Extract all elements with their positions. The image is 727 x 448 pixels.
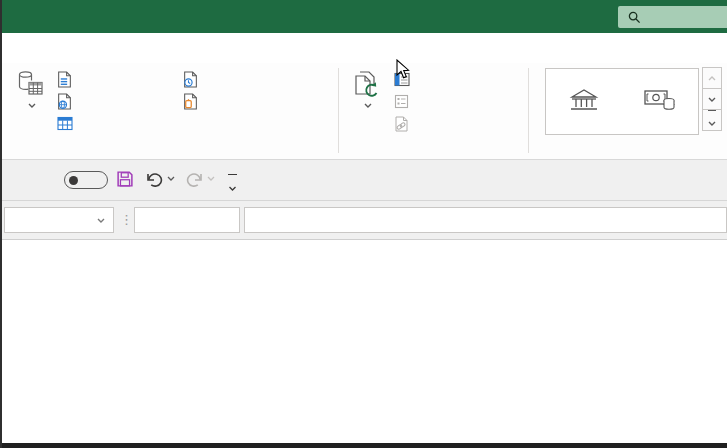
title-bar — [0, 0, 727, 33]
text-csv-icon — [57, 71, 72, 88]
undo-dropdown-chevron[interactable] — [167, 176, 175, 181]
currencies-button[interactable] — [622, 69, 698, 134]
customize-toolbar-button[interactable] — [228, 174, 237, 195]
gallery-expand-button[interactable] — [702, 109, 722, 131]
chevron-down-icon — [708, 97, 716, 102]
recent-sources-icon — [183, 71, 198, 88]
properties-icon — [394, 94, 409, 109]
chevron-down-icon — [708, 121, 716, 126]
chevron-up-icon — [708, 76, 716, 81]
web-icon — [57, 93, 72, 110]
properties-button — [394, 91, 414, 112]
formula-bar-row: ⋮ — [0, 201, 727, 240]
redo-dropdown-chevron — [207, 176, 215, 181]
existing-connections-button[interactable] — [183, 91, 203, 112]
data-types-gallery — [545, 68, 699, 135]
group-separator — [528, 68, 529, 153]
redo-button — [185, 170, 204, 187]
from-table-range-button[interactable] — [57, 113, 78, 134]
name-box[interactable] — [4, 207, 114, 233]
group-label-get-transform — [0, 145, 338, 159]
undo-button[interactable] — [145, 170, 164, 187]
refresh-all-button[interactable] — [342, 66, 390, 108]
chevron-down-icon — [364, 103, 372, 108]
ribbon — [0, 63, 727, 160]
table-icon — [57, 116, 73, 131]
quick-access-toolbar — [0, 160, 727, 201]
chevron-down-icon — [228, 186, 237, 191]
edit-links-button — [394, 113, 414, 134]
ribbon-tab-bar — [0, 33, 727, 63]
gallery-scroll-down-button[interactable] — [702, 88, 722, 110]
toggle-knob — [69, 176, 78, 185]
gallery-scroll-up-button[interactable] — [702, 67, 722, 89]
autosave-toggle[interactable] — [64, 171, 108, 189]
name-box-dropdown-chevron[interactable] — [97, 218, 105, 223]
group-label-queries — [338, 145, 528, 159]
group-separator — [338, 68, 339, 153]
existing-connections-icon — [183, 93, 198, 110]
from-text-csv-button[interactable] — [57, 69, 77, 90]
get-data-icon — [6, 66, 54, 102]
search-box[interactable] — [618, 6, 727, 28]
chevron-down-icon — [28, 103, 36, 108]
formula-input[interactable] — [244, 207, 727, 233]
formula-bar-separator: ⋮ — [120, 212, 133, 227]
formula-buttons — [134, 207, 240, 233]
gallery-scrollbar — [702, 68, 722, 131]
stocks-button[interactable] — [546, 69, 622, 134]
stocks-icon — [568, 87, 600, 113]
mouse-cursor — [396, 59, 410, 80]
group-label-data-types — [528, 145, 708, 159]
bottom-edge — [0, 443, 727, 448]
refresh-all-icon — [342, 66, 390, 102]
edit-links-icon — [394, 116, 409, 132]
grid — [0, 240, 727, 443]
save-button[interactable] — [116, 170, 134, 188]
recent-sources-button[interactable] — [183, 69, 203, 90]
get-data-button[interactable] — [6, 66, 54, 108]
left-edge — [0, 0, 2, 448]
currencies-icon — [643, 87, 677, 113]
search-icon — [628, 11, 641, 24]
from-web-button[interactable] — [57, 91, 77, 112]
excel-window: ⋮ — [0, 0, 727, 448]
